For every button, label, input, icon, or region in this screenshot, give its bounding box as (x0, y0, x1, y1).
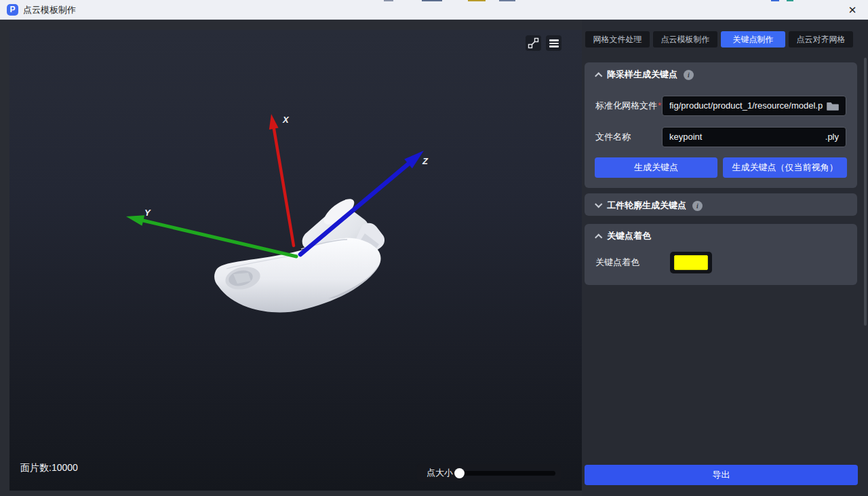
downsample-keypoint-section: 降采样生成关键点 i 标准化网格文件* fig/product/product_… (585, 62, 857, 188)
tab-mesh-file-processing[interactable]: 网格文件处理 (585, 31, 650, 47)
panel-scrollbar[interactable] (864, 58, 867, 326)
generate-keypoints-button[interactable]: 生成关键点 (595, 157, 717, 178)
file-extension-suffix: .ply (825, 128, 839, 147)
edge-artifact (384, 0, 393, 1)
edge-artifact (499, 0, 515, 1)
3d-scene[interactable]: X Y Z (9, 30, 582, 491)
contour-keypoint-section: 工件轮廓生成关键点 i (585, 193, 857, 216)
title-bar: P 点云模板制作 ✕ (0, 0, 868, 20)
keypoint-color-label: 关键点着色 (595, 252, 639, 273)
contour-section-header[interactable]: 工件轮廓生成关键点 i (595, 199, 703, 212)
right-panel: 网格文件处理 点云模板制作 关键点制作 点云对齐网格 降采样生成关键点 i 标准… (582, 20, 868, 496)
point-size-slider-box: 点大小 (417, 464, 561, 482)
tab-bar: 网格文件处理 点云模板制作 关键点制作 点云对齐网格 (585, 31, 853, 47)
file-name-input[interactable]: keypoint .ply (662, 127, 846, 147)
folder-icon[interactable] (827, 101, 839, 111)
info-icon[interactable]: i (684, 70, 694, 80)
color-swatch-yellow (674, 255, 708, 270)
chevron-down-icon (595, 200, 602, 208)
file-name-label: 文件名称 (595, 127, 631, 147)
3d-viewport[interactable]: X Y Z 面片数:10000 点大小 (9, 30, 582, 491)
chevron-up-icon (595, 233, 602, 241)
app-window: P 点云模板制作 ✕ (0, 0, 868, 496)
point-size-slider[interactable] (455, 471, 555, 476)
generate-keypoints-current-view-button[interactable]: 生成关键点（仅当前视角） (723, 157, 847, 178)
section-title: 关键点着色 (607, 230, 651, 242)
tab-pointcloud-align-mesh[interactable]: 点云对齐网格 (789, 31, 853, 47)
edge-artifact (468, 0, 486, 1)
section-title: 工件轮廓生成关键点 (607, 199, 686, 212)
edge-artifact (787, 0, 793, 1)
normalized-mesh-file-label: 标准化网格文件* (595, 96, 661, 116)
app-logo-icon: P (7, 4, 18, 16)
face-count-label: 面片数:10000 (20, 462, 78, 474)
close-icon[interactable]: ✕ (841, 0, 864, 20)
section-title: 降采样生成关键点 (607, 69, 677, 81)
axis-x-label: X (282, 115, 290, 125)
tab-pointcloud-template[interactable]: 点云模板制作 (653, 31, 717, 47)
axis-x (269, 114, 294, 246)
file-path-value: fig/product/product_1/resource/model.ply (669, 96, 823, 115)
edge-artifact (422, 0, 442, 1)
normalized-mesh-file-input[interactable]: fig/product/product_1/resource/model.ply (662, 96, 846, 116)
downsample-section-header[interactable]: 降采样生成关键点 i (595, 69, 694, 81)
axis-y-label: Y (144, 208, 151, 218)
axis-z-label: Z (422, 156, 429, 166)
keypoint-color-picker[interactable] (670, 252, 712, 273)
axis-y (126, 215, 296, 256)
keypoint-coloring-section: 关键点着色 关键点着色 (585, 224, 857, 285)
required-asterisk: * (658, 100, 661, 111)
point-size-slider-thumb[interactable] (454, 468, 465, 478)
edge-artifact (771, 0, 779, 1)
tab-keypoint-creation[interactable]: 关键点制作 (721, 31, 785, 47)
export-button[interactable]: 导出 (585, 465, 858, 485)
point-size-label: 点大小 (427, 464, 453, 482)
info-icon[interactable]: i (692, 201, 703, 211)
chevron-up-icon (595, 72, 602, 79)
file-name-value: keypoint (669, 128, 825, 147)
window-title: 点云模板制作 (23, 0, 76, 20)
coloring-section-header[interactable]: 关键点着色 (595, 230, 651, 242)
